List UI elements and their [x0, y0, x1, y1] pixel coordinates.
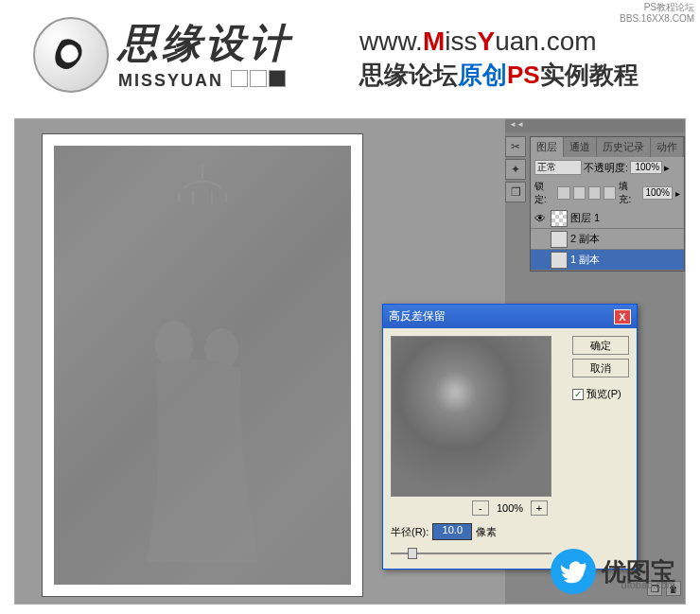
workspace: ✂ ✦ ❐ 图层 通道 历史记录 动作 正常 不透明度: 100% ▸ 锁定:	[14, 118, 686, 605]
watermark-sub: utobao.com	[621, 579, 675, 590]
lock-label: 锁定:	[534, 180, 554, 206]
tab-channels[interactable]: 通道	[564, 137, 597, 157]
tab-history[interactable]: 历史记录	[597, 137, 651, 157]
site-url: www.MissYuan.com	[359, 26, 639, 57]
high-pass-dialog: 高反差保留 X 确定 取消 ✓ 预览(P) - 100% + 半径(R): 10…	[382, 304, 638, 570]
radius-input[interactable]: 10.0	[432, 523, 472, 540]
radius-slider[interactable]	[391, 546, 551, 561]
document-canvas[interactable]	[42, 133, 363, 597]
visibility-eye-icon[interactable]: 👁	[533, 211, 548, 226]
layer-thumb[interactable]	[551, 252, 568, 269]
preview-label: 预览(P)	[586, 387, 621, 401]
layer-name: 1 副本	[570, 253, 600, 267]
opacity-input[interactable]: 100%	[630, 161, 662, 174]
visibility-eye-icon[interactable]	[533, 253, 548, 268]
layers-panel: 图层 通道 历史记录 动作 正常 不透明度: 100% ▸ 锁定: 填充: 10…	[530, 136, 685, 272]
logo-icon	[33, 17, 109, 93]
layer-thumb[interactable]	[551, 231, 568, 248]
fill-input[interactable]: 100%	[642, 186, 673, 200]
layer-name: 2 副本	[570, 232, 600, 246]
close-button[interactable]: X	[614, 309, 631, 325]
layer-name: 图层 1	[570, 211, 600, 225]
dialog-body: 确定 取消 ✓ 预览(P) - 100% + 半径(R): 10.0 像素	[383, 328, 637, 569]
tab-layers[interactable]: 图层	[531, 137, 564, 157]
header: 思缘设计 MISSYUAN www.MissYuan.com 思缘论坛原创PS实…	[0, 0, 700, 114]
zoom-out-button[interactable]: -	[472, 500, 489, 516]
lock-brush-icon[interactable]	[573, 186, 586, 200]
blend-mode-row: 正常 不透明度: 100% ▸	[531, 157, 684, 178]
layer-thumb[interactable]	[551, 210, 568, 227]
visibility-eye-icon[interactable]	[533, 232, 548, 247]
logo-text: 思缘设计 MISSYUAN	[118, 17, 292, 91]
cancel-button[interactable]: 取消	[572, 359, 629, 377]
tool-scissors-icon[interactable]: ✂	[505, 136, 526, 157]
slider-thumb[interactable]	[408, 548, 417, 559]
tool-wand-icon[interactable]: ✦	[505, 159, 526, 180]
opacity-label: 不透明度:	[584, 161, 628, 175]
tool-column: ✂ ✦ ❐	[505, 136, 528, 204]
fill-label: 填充:	[619, 180, 639, 206]
layer-row[interactable]: 1 副本	[531, 250, 684, 271]
zoom-controls: - 100% +	[391, 500, 629, 516]
ok-button[interactable]: 确定	[572, 336, 629, 355]
subtitle: 思缘论坛原创PS实例教程	[359, 59, 639, 92]
layer-list: 👁 图层 1 2 副本 1 副本	[531, 208, 684, 271]
tab-actions[interactable]: 动作	[651, 137, 684, 157]
logo-area: 思缘设计 MISSYUAN	[33, 17, 292, 93]
panel-tabs: 图层 通道 历史记录 动作	[531, 137, 684, 157]
dialog-buttons: 确定 取消 ✓ 预览(P)	[572, 336, 629, 401]
panel-grip[interactable]	[505, 119, 685, 132]
filter-preview[interactable]	[391, 336, 551, 497]
layer-row[interactable]: 👁 图层 1	[531, 208, 684, 229]
chevron-right-icon[interactable]: ▸	[664, 162, 670, 174]
chevron-right-icon[interactable]: ▸	[675, 188, 680, 199]
radius-label: 半径(R):	[391, 525, 429, 539]
blend-mode-select[interactable]: 正常	[534, 160, 582, 175]
lock-transparent-icon[interactable]	[557, 186, 569, 200]
url-area: www.MissYuan.com 思缘论坛原创PS实例教程	[359, 26, 639, 92]
dialog-title: 高反差保留	[389, 308, 446, 325]
preview-checkbox[interactable]: ✓	[572, 389, 584, 400]
tool-layers-icon[interactable]: ❐	[505, 182, 526, 202]
dialog-titlebar[interactable]: 高反差保留 X	[383, 305, 637, 328]
layer-row[interactable]: 2 副本	[531, 229, 684, 250]
lock-move-icon[interactable]	[588, 186, 601, 200]
brand-en: MISSYUAN	[118, 71, 223, 91]
watermark-top-right: PS教程论坛 BBS.16XX8.COM	[620, 2, 694, 25]
brand-cn: 思缘设计	[118, 17, 292, 70]
bird-logo-icon	[551, 549, 596, 594]
lock-row: 锁定: 填充: 100% ▸	[531, 178, 684, 208]
preview-checkbox-row: ✓ 预览(P)	[572, 387, 629, 401]
zoom-in-button[interactable]: +	[531, 500, 548, 516]
canvas-image	[54, 146, 351, 585]
lock-all-icon[interactable]	[604, 186, 616, 200]
decor-boxes	[231, 70, 288, 91]
watermark-bottom-right: 优图宝 utobao.com	[551, 549, 675, 594]
radius-unit: 像素	[476, 525, 497, 539]
radius-row: 半径(R): 10.0 像素	[391, 523, 629, 540]
zoom-level: 100%	[497, 502, 523, 514]
